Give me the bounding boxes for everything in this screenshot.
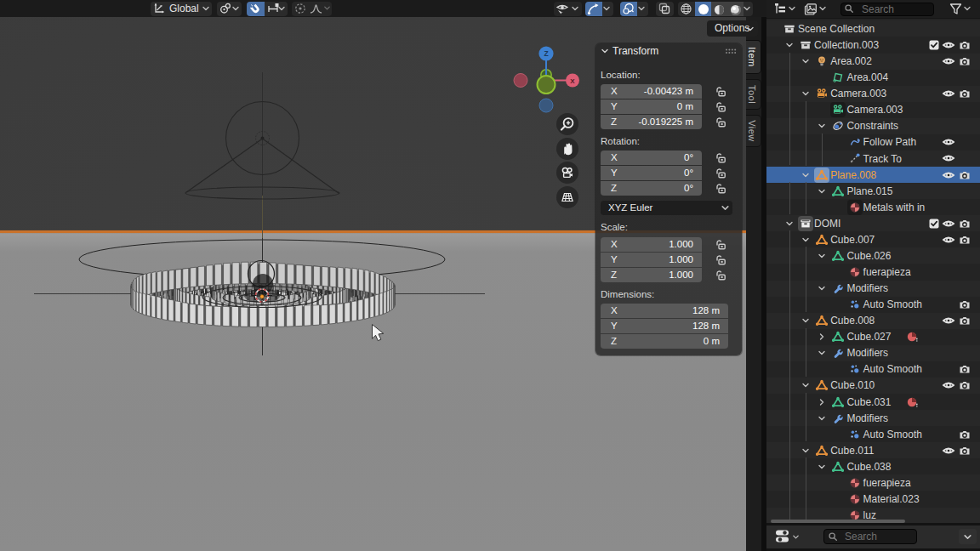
svg-text:X: X bbox=[570, 77, 575, 85]
svg-text:Z: Z bbox=[544, 49, 548, 58]
